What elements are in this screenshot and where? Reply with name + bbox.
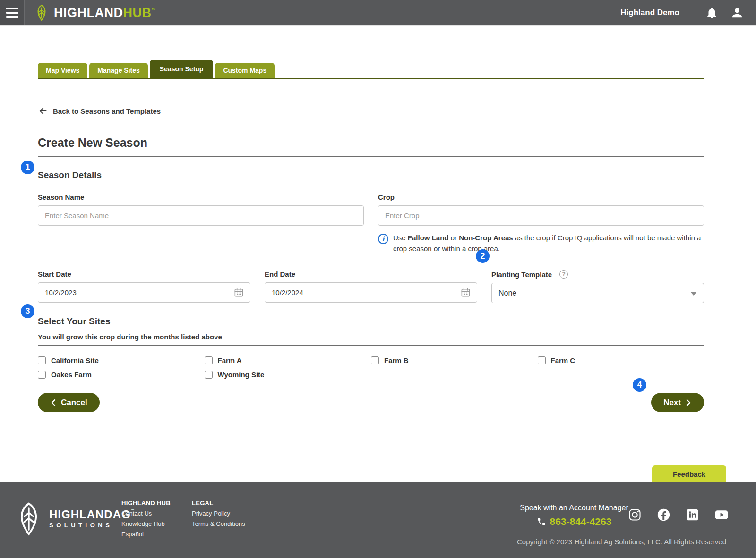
phone-number: 863-844-4263 <box>550 516 612 527</box>
footer-link-espanol[interactable]: Español <box>121 531 171 538</box>
youtube-icon[interactable] <box>714 508 729 521</box>
planting-template-select[interactable]: None <box>491 283 704 303</box>
footer-leaf-icon <box>14 501 43 536</box>
brand-trademark: ™ <box>152 8 156 12</box>
phone-icon <box>537 517 546 526</box>
season-name-input[interactable] <box>38 205 364 226</box>
page-title: Create New Season <box>38 136 704 150</box>
season-name-label: Season Name <box>38 193 364 201</box>
site-checkbox-farm-c[interactable]: Farm C <box>538 356 704 364</box>
step-badge-3: 3 <box>21 304 34 318</box>
step-badge-2: 2 <box>476 249 490 263</box>
linkedin-icon[interactable] <box>686 508 699 521</box>
footer-link-contact-us[interactable]: Contact Us <box>121 510 171 517</box>
header-divider <box>693 6 693 20</box>
brand-logo: HIGHLANDHUB™ <box>33 4 156 21</box>
tab-bar: Map Views Manage Sites Season Setup Cust… <box>38 60 704 79</box>
crop-info-note: i Use Fallow Land or Non-Crop Areas as t… <box>378 233 704 254</box>
site-checkbox-oakes-farm[interactable]: Oakes Farm <box>38 371 205 379</box>
sites-checkbox-grid: California Site Farm A Farm B Farm C <box>38 356 704 379</box>
top-bar: HIGHLANDHUB™ Highland Demo <box>0 0 756 25</box>
start-date-field: Start Date <box>38 270 250 303</box>
footer-column-title: LEGAL <box>192 499 245 507</box>
crop-label: Crop <box>378 193 704 201</box>
footer-link-privacy-policy[interactable]: Privacy Policy <box>192 510 245 517</box>
app-window: HIGHLANDHUB™ Highland Demo 1 2 3 4 <box>0 0 756 558</box>
tab-manage-sites[interactable]: Manage Sites <box>89 63 147 78</box>
site-checkbox-farm-a[interactable]: Farm A <box>205 356 371 364</box>
help-icon[interactable]: ? <box>559 270 568 279</box>
select-sites-heading: Select Your Sites <box>38 316 704 327</box>
chevron-left-icon <box>50 399 57 406</box>
crop-input[interactable] <box>378 205 704 226</box>
checkbox-icon <box>538 356 546 364</box>
site-checkbox-wyoming-site[interactable]: Wyoming Site <box>205 371 371 379</box>
checkbox-icon <box>205 371 213 379</box>
planting-template-value: None <box>498 289 516 297</box>
site-checkbox-california-site[interactable]: California Site <box>38 356 205 364</box>
account-name: Highland Demo <box>620 8 679 17</box>
info-icon: i <box>378 234 388 244</box>
instagram-icon[interactable] <box>628 508 641 521</box>
footer-column-title: HIGHLAND HUB <box>121 499 171 507</box>
select-sites-section: Select Your Sites You will grow this cro… <box>38 316 704 379</box>
checkbox-icon <box>38 371 46 379</box>
end-date-field: End Date <box>265 270 477 303</box>
chevron-down-icon <box>690 292 697 296</box>
checkbox-icon <box>205 356 213 364</box>
main-content: 1 2 3 4 Map Views Manage Sites Season Se… <box>0 25 756 482</box>
tab-custom-maps[interactable]: Custom Maps <box>215 63 275 78</box>
leaf-logo-icon <box>33 4 50 21</box>
footer-column-highland-hub: HIGHLAND HUB Contact Us Knowledge Hub Es… <box>121 499 171 546</box>
phone-link[interactable]: 863-844-4263 <box>537 516 612 527</box>
footer-column-divider <box>181 500 181 546</box>
select-sites-subheading: You will grow this crop during the month… <box>38 333 704 341</box>
step-badge-4: 4 <box>633 378 646 392</box>
next-button[interactable]: Next <box>651 393 704 412</box>
back-link[interactable]: Back to Seasons and Templates <box>38 106 161 116</box>
sites-divider <box>38 345 704 346</box>
feedback-button[interactable]: Feedback <box>652 465 726 482</box>
brand-name-primary: HIGHLAND <box>54 6 123 20</box>
tab-season-setup[interactable]: Season Setup <box>150 60 214 78</box>
end-date-input[interactable] <box>265 282 477 303</box>
checkbox-icon <box>371 356 379 364</box>
hamburger-menu-icon[interactable] <box>0 0 25 25</box>
season-details-heading: Season Details <box>38 170 704 180</box>
step-badge-1: 1 <box>21 161 34 174</box>
footer-column-legal: LEGAL Privacy Policy Terms & Conditions <box>192 499 245 546</box>
brand-name-secondary: HUB <box>123 6 152 20</box>
arrow-left-icon <box>38 106 48 116</box>
season-name-field: Season Name <box>38 193 364 254</box>
start-date-label: Start Date <box>38 270 250 278</box>
back-link-label: Back to Seasons and Templates <box>53 107 161 115</box>
footer-logo: HIGHLANDAG™ SOLUTIONS <box>14 501 135 536</box>
notifications-bell-icon[interactable] <box>705 7 718 19</box>
facebook-icon[interactable] <box>657 508 670 522</box>
season-details-section: Season Details Season Name Crop <box>38 170 704 303</box>
user-profile-icon[interactable] <box>730 6 744 19</box>
title-divider <box>38 156 704 157</box>
checkbox-icon <box>38 356 46 364</box>
footer: HIGHLANDAG™ SOLUTIONS HIGHLAND HUB Conta… <box>0 482 756 558</box>
planting-template-field: Planting Template ? None <box>491 270 704 303</box>
footer-logo-line1: HIGHLANDAG <box>49 508 131 521</box>
copyright-text: Copyright © 2023 Highland Ag Solutions, … <box>517 538 726 546</box>
end-date-label: End Date <box>265 270 477 278</box>
start-date-input[interactable] <box>38 282 250 303</box>
cancel-button[interactable]: Cancel <box>38 393 100 412</box>
site-checkbox-farm-b[interactable]: Farm B <box>371 356 538 364</box>
footer-link-knowledge-hub[interactable]: Knowledge Hub <box>121 520 171 527</box>
tab-map-views[interactable]: Map Views <box>38 63 87 78</box>
crop-field: Crop i Use Fallow Land or Non-Crop Areas… <box>378 193 704 254</box>
footer-link-terms-conditions[interactable]: Terms & Conditions <box>192 520 245 527</box>
chevron-right-icon <box>685 399 692 406</box>
planting-template-label: Planting Template <box>491 271 552 279</box>
